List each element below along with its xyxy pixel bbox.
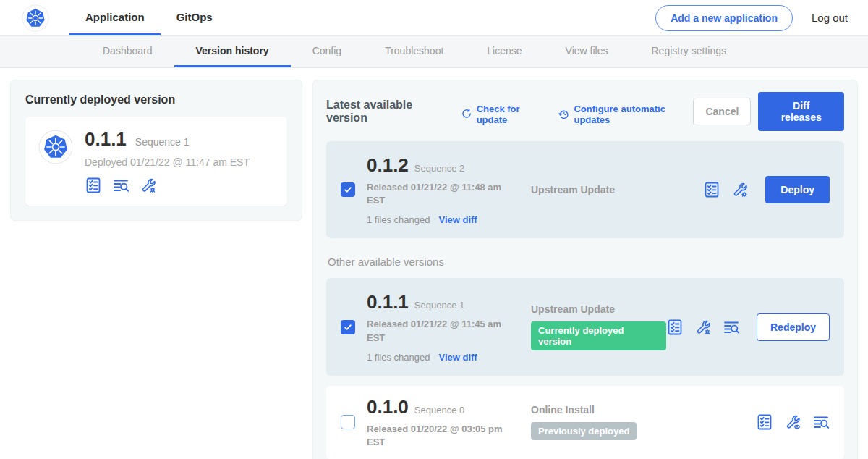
deployed-version-number: 0.1.1 <box>85 128 127 151</box>
version-checkbox[interactable] <box>341 182 355 197</box>
sequence-label: Sequence 1 <box>414 300 464 311</box>
version-history-panel: Latest available version Check for updat… <box>312 80 858 459</box>
deployed-panel-title: Currently deployed version <box>25 93 287 106</box>
tab-application[interactable]: Application <box>69 0 161 35</box>
subnav-version-history[interactable]: Version history <box>174 36 291 67</box>
main-content: Currently deployed version 0.1 <box>0 68 868 459</box>
version-source: Online Install <box>531 404 637 416</box>
currently-deployed-panel: Currently deployed version 0.1 <box>10 80 302 221</box>
latest-version-title: Latest available version <box>326 98 446 125</box>
version-source: Upstream Update <box>531 184 615 195</box>
released-timestamp: Released 01/21/22 @ 11:45 am EST <box>367 318 503 344</box>
preflight-checks-icon[interactable] <box>756 413 773 431</box>
version-number: 0.1.2 <box>367 154 409 177</box>
edit-config-icon[interactable] <box>140 177 157 194</box>
files-changed-label: 1 files changed <box>367 214 430 225</box>
view-diff-link[interactable]: View diff <box>438 214 477 225</box>
app-logo-icon <box>38 130 73 164</box>
preflight-checks-icon[interactable] <box>666 319 684 336</box>
auto-updates-icon <box>558 108 570 120</box>
add-application-button[interactable]: Add a new application <box>655 5 793 31</box>
subnav-registry-settings[interactable]: Registry settings <box>629 36 747 67</box>
previously-deployed-badge: Previously deployed <box>531 422 637 440</box>
released-timestamp: Released 01/20/22 @ 03:05 pm EST <box>367 423 503 449</box>
edit-config-icon[interactable] <box>694 319 712 336</box>
checkbox-check-icon <box>343 322 353 332</box>
version-row-0-1-2: 0.1.2 Sequence 2 Released 01/21/22 @ 11:… <box>326 141 844 238</box>
subnav-dashboard[interactable]: Dashboard <box>81 36 174 67</box>
panel-header: Latest available version Check for updat… <box>326 92 844 131</box>
version-row-0-1-0: 0.1.0 Sequence 0 Released 01/20/22 @ 03:… <box>326 386 844 459</box>
version-row-0-1-1: 0.1.1 Sequence 1 Released 01/21/22 @ 11:… <box>326 278 844 375</box>
currently-deployed-badge: Currently deployed version <box>531 321 666 350</box>
cancel-button[interactable]: Cancel <box>693 98 751 125</box>
view-diff-link[interactable]: View diff <box>438 352 477 363</box>
tab-application-label: Application <box>85 11 145 23</box>
tab-gitops-label: GitOps <box>176 11 213 23</box>
checkbox-check-icon <box>343 185 353 195</box>
version-number: 0.1.0 <box>367 396 409 418</box>
sequence-label: Sequence 0 <box>414 405 464 416</box>
preflight-checks-icon[interactable] <box>703 181 720 198</box>
version-checkbox[interactable] <box>341 320 355 334</box>
deploy-logs-icon[interactable] <box>812 413 830 431</box>
redeploy-button[interactable]: Redeploy <box>757 313 830 341</box>
released-timestamp: Released 01/21/22 @ 11:48 am EST <box>367 181 503 207</box>
deployed-sequence-label: Sequence 1 <box>135 136 190 148</box>
subnav-config[interactable]: Config <box>291 36 363 67</box>
kubernetes-logo-icon <box>22 4 49 32</box>
tab-gitops[interactable]: GitOps <box>161 0 229 35</box>
other-versions-label: Other available versions <box>328 256 844 268</box>
subnav-troubleshoot[interactable]: Troubleshoot <box>363 36 465 67</box>
diff-releases-button[interactable]: Diff releases <box>758 92 844 131</box>
top-nav: Application GitOps Add a new application… <box>0 0 868 36</box>
deployed-version-card: 0.1.1 Sequence 1 Deployed 01/21/22 @ 11:… <box>25 117 287 206</box>
files-changed-label: 1 files changed <box>367 352 430 363</box>
preflight-checks-icon[interactable] <box>85 177 102 194</box>
subnav-view-files[interactable]: View files <box>544 36 630 67</box>
deploy-logs-icon[interactable] <box>112 177 129 194</box>
version-source: Upstream Update <box>531 303 666 315</box>
edit-config-icon[interactable] <box>731 181 749 198</box>
version-number: 0.1.1 <box>367 291 409 313</box>
view-config-icon[interactable] <box>784 413 801 431</box>
deploy-logs-icon[interactable] <box>723 319 740 336</box>
check-update-icon <box>461 108 472 120</box>
check-for-update-link[interactable]: Check for update <box>461 104 547 125</box>
version-checkbox[interactable] <box>341 415 355 429</box>
topnav-spacer <box>229 0 655 35</box>
deploy-button[interactable]: Deploy <box>765 176 830 203</box>
deployed-timestamp: Deployed 01/21/22 @ 11:47 am EST <box>85 156 250 168</box>
logout-button[interactable]: Log out <box>812 12 848 24</box>
configure-updates-link[interactable]: Configure automatic updates <box>558 104 694 125</box>
subnav-license[interactable]: License <box>465 36 543 67</box>
sub-nav: Dashboard Version history Config Trouble… <box>0 36 868 68</box>
sequence-label: Sequence 2 <box>414 163 464 174</box>
